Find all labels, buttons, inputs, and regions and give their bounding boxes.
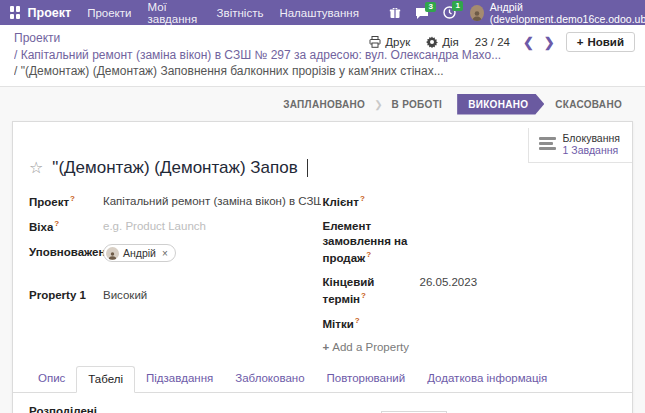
notebook-tabs: Опис Табелі Підзавдання Заблоковано Повт… [13, 366, 632, 393]
timesheet-tab-content: Розподілені години? 00:00 Прогрес? 0 % [13, 393, 632, 413]
print-button[interactable]: Друк [369, 36, 410, 48]
task-title-input[interactable]: "(Демонтаж) (Демонтаж) Запов [52, 158, 297, 178]
favorite-star-icon[interactable]: ☆ [29, 160, 43, 176]
menu-projects[interactable]: Проекти [87, 7, 131, 19]
menu-settings[interactable]: Налаштування [279, 7, 358, 19]
tags-label: Мітки? [323, 316, 420, 332]
pager-prev-icon[interactable]: ❮ [518, 35, 539, 50]
user-avatar[interactable] [470, 5, 484, 21]
plus-icon: + [577, 36, 584, 48]
help-marker: ? [355, 316, 360, 325]
smart-button-count: 1 Завдання [563, 144, 620, 156]
customer-label: Клієнт? [323, 194, 420, 210]
stage-in-progress[interactable]: В РОБОТІ [383, 99, 452, 110]
project-value[interactable]: Капітальний ремонт (заміна вікон) в СЗШ … [103, 194, 321, 210]
milestone-input[interactable]: e.g. Product Launch [103, 219, 206, 235]
control-panel: Проекти / Капітальний ремонт (заміна вік… [0, 25, 645, 87]
field-milestone: Віха? e.g. Product Launch [29, 219, 323, 235]
stacked-bars-icon [539, 137, 556, 150]
field-customer: Клієнт? [323, 194, 617, 210]
property1-value[interactable]: Високий [103, 288, 147, 304]
pager-next-icon[interactable]: ❯ [539, 35, 560, 50]
field-property1: Property 1 Високий [29, 288, 323, 304]
app-name[interactable]: Проект [28, 6, 72, 20]
project-label: Проект? [29, 194, 103, 210]
plus-icon: + [323, 341, 330, 353]
gear-icon [426, 36, 438, 48]
deadline-value[interactable]: 26.05.2023 [420, 275, 478, 307]
property1-label: Property 1 [29, 288, 103, 304]
new-button[interactable]: + Новий [566, 32, 635, 52]
stage-separator-icon: ❯ [374, 99, 382, 110]
add-property-button[interactable]: +Add a Property [323, 341, 617, 353]
apps-grid-icon[interactable] [10, 6, 20, 19]
blocking-tasks-smart-button[interactable]: Блокування 1 Завдання [528, 128, 632, 163]
tab-subtasks[interactable]: Підзавдання [135, 366, 224, 392]
form-sheet: Блокування 1 Завдання ☆ "(Демонтаж) (Дем… [12, 121, 633, 413]
print-icon [369, 36, 381, 48]
tab-recurrent[interactable]: Повторюваний [316, 366, 417, 392]
field-assignees: Уповноважені? Андрій × [29, 244, 323, 264]
activities-badge: 1 [452, 1, 462, 11]
deadline-label: Кінцевий термін? [323, 275, 420, 307]
allocated-hours-label: Розподілені години? [29, 405, 119, 413]
menu-my-tasks[interactable]: Мої завдання [147, 1, 200, 25]
help-marker: ? [360, 194, 365, 203]
pager-counter: 23 / 24 [475, 36, 510, 48]
new-label: Новий [587, 36, 624, 48]
assignee-name: Андрій [123, 246, 156, 260]
help-marker: ? [54, 219, 59, 228]
stage-cancelled[interactable]: СКАСОВАНО [546, 99, 631, 110]
milestone-label: Віха? [29, 219, 103, 235]
field-deadline: Кінцевий термін? 26.05.2023 [323, 275, 617, 307]
tab-description[interactable]: Опис [27, 366, 76, 392]
messages-badge: 3 [425, 2, 435, 12]
assignee-avatar [106, 247, 119, 260]
help-marker: ? [366, 250, 371, 259]
assignee-tag[interactable]: Андрій × [103, 244, 176, 262]
tab-timesheets[interactable]: Табелі [76, 366, 135, 393]
add-property-label: Add a Property [332, 341, 409, 353]
tab-blocked[interactable]: Заблоковано [224, 366, 315, 392]
breadcrumb-current: / "(Демонтаж) (Демонтаж) Заповнення балк… [14, 64, 444, 78]
stage-done-active[interactable]: ВИКОНАНО [457, 94, 544, 115]
action-button[interactable]: Дія [426, 36, 459, 48]
stage-planned[interactable]: ЗАПЛАНОВАНО [274, 99, 374, 110]
topbar: Проект Проекти Мої завдання Звітність На… [0, 0, 645, 25]
field-sale-order-item: Елемент замовлення на продаж? [323, 219, 617, 266]
smart-button-title: Блокування [563, 132, 620, 144]
field-project: Проект? Капітальний ремонт (заміна вікон… [29, 194, 323, 210]
gift-icon[interactable] [389, 7, 401, 19]
menu-reporting[interactable]: Звітність [217, 7, 264, 19]
assignees-label: Уповноважені? [29, 244, 103, 264]
action-label: Дія [442, 36, 459, 48]
tag-remove-icon[interactable]: × [162, 247, 168, 261]
text-cursor [307, 159, 308, 177]
help-marker: ? [361, 291, 366, 300]
help-marker: ? [70, 194, 75, 203]
fields-area: Проект? Капітальний ремонт (заміна вікон… [13, 190, 632, 354]
statusbar: ЗАПЛАНОВАНО ❯ В РОБОТІ ВИКОНАНО СКАСОВАН… [0, 87, 645, 121]
field-tags: Мітки? [323, 316, 617, 332]
print-label: Друк [385, 36, 410, 48]
sale-order-item-label: Елемент замовлення на продаж? [323, 219, 420, 266]
tab-extra-info[interactable]: Додаткова інформація [416, 366, 558, 392]
messages-icon[interactable]: 3 [415, 7, 429, 19]
activities-icon[interactable]: 1 [443, 6, 456, 19]
user-menu[interactable]: Андрій (development.demo16ce.odoo.ubmsof… [490, 1, 645, 25]
breadcrumb-root[interactable]: Проекти [14, 31, 60, 45]
